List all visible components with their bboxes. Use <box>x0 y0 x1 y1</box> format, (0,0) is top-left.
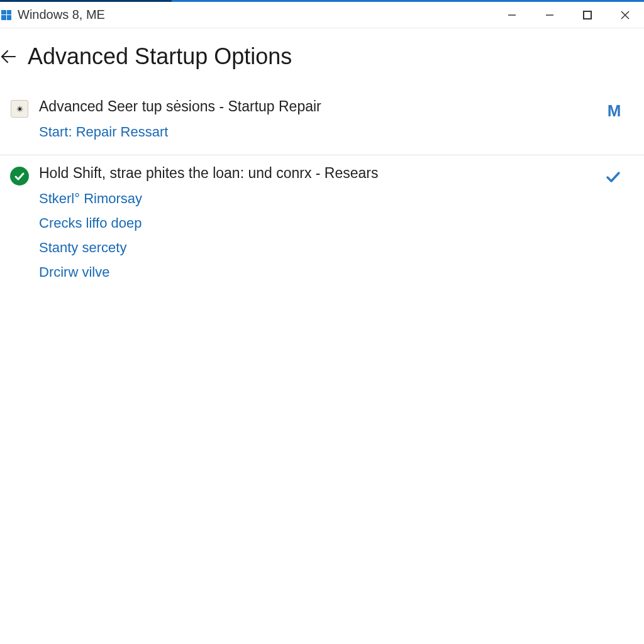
window: Windows 8, ME <box>0 0 644 644</box>
section-title: Advanced Seer tup sėsions - Startup Repa… <box>39 97 591 116</box>
section-title: Hold Shift, strae phites the loan: und c… <box>39 164 591 183</box>
section-right <box>591 164 635 186</box>
link-start-repair[interactable]: Start: Repair Ressart <box>39 121 591 142</box>
link-stkerl[interactable]: Stkerl° Rimorsay <box>39 188 591 209</box>
maximize-button[interactable] <box>569 2 606 28</box>
check-icon <box>604 168 622 186</box>
content-area: Advanced Startup Options ✴ Advanced Seer… <box>0 28 644 644</box>
page-header: Advanced Startup Options <box>0 43 644 70</box>
close-button[interactable] <box>606 2 644 28</box>
link-drcirw[interactable]: Drcirw vilve <box>39 262 591 282</box>
svg-rect-2 <box>584 11 591 19</box>
page-title: Advanced Startup Options <box>28 43 292 70</box>
m-icon: M <box>608 101 619 121</box>
tool-icon: ✴ <box>11 100 28 118</box>
check-circle-icon <box>10 167 29 186</box>
minimize-button[interactable] <box>493 2 531 28</box>
window-title: Windows 8, ME <box>18 8 105 22</box>
section-hold-shift: Hold Shift, strae phites the loan: und c… <box>0 155 644 295</box>
top-accent-strip <box>0 0 644 2</box>
section-right: M <box>591 97 635 121</box>
section-startup-repair: ✴ Advanced Seer tup sėsions - Startup Re… <box>0 89 644 155</box>
section-icon-wrap <box>0 164 39 186</box>
link-stanty[interactable]: Stanty sercety <box>39 237 591 258</box>
windows-logo-icon <box>1 10 11 20</box>
minimize-button-2[interactable] <box>531 2 569 28</box>
titlebar: Windows 8, ME <box>0 2 644 28</box>
window-controls <box>493 2 644 28</box>
section-body: Hold Shift, strae phites the loan: und c… <box>39 164 591 286</box>
back-button[interactable] <box>0 47 28 66</box>
link-crecks[interactable]: Crecks liffo doep <box>39 213 591 233</box>
section-body: Advanced Seer tup sėsions - Startup Repa… <box>39 97 591 146</box>
section-icon-wrap: ✴ <box>0 97 39 118</box>
